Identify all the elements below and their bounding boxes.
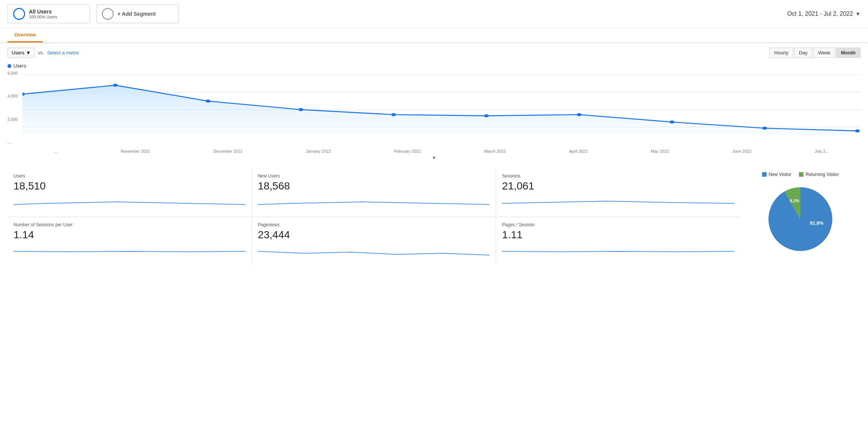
date-range-arrow-icon: ▼ xyxy=(855,11,860,17)
top-bar: All Users 100.00% Users + Add Segment Oc… xyxy=(0,0,868,28)
mini-chart-ps xyxy=(502,244,734,259)
all-users-icon xyxy=(13,8,25,20)
x-axis: ... November 2021 December 2021 January … xyxy=(23,149,860,153)
vs-label: vs. xyxy=(38,50,44,56)
new-visitor-legend: New Visitor xyxy=(762,172,791,177)
stat-new-users: New Users 18,568 xyxy=(252,168,496,217)
stats-grid: Users 18,510 New Users 18,568 Sessions 2… xyxy=(8,168,740,265)
chart-dot-jun xyxy=(763,127,767,130)
chart-dot-jan xyxy=(298,108,303,111)
all-users-segment[interactable]: All Users 100.00% Users xyxy=(8,5,90,23)
stat-sessions-per-user-value: 1.14 xyxy=(14,229,246,241)
stat-users-value: 18,510 xyxy=(14,180,246,192)
add-segment-label: + Add Segment xyxy=(118,11,156,17)
tab-overview[interactable]: Overview xyxy=(8,28,43,42)
date-range-text: Oct 1, 2021 - Jul 2, 2022 xyxy=(787,11,853,17)
new-visitor-label: New Visitor xyxy=(769,172,791,177)
stat-sessions-label: Sessions xyxy=(502,173,734,179)
chart-legend: Users xyxy=(8,63,860,69)
add-segment-button[interactable]: + Add Segment xyxy=(96,5,179,23)
date-range-selector[interactable]: Oct 1, 2021 - Jul 2, 2022 ▼ xyxy=(787,11,860,17)
returning-visitor-label: Returning Visitor xyxy=(806,172,839,177)
pie-svg: 91.8% 8.2% xyxy=(763,182,838,257)
new-visitor-pct-text: 91.8% xyxy=(810,220,824,226)
chart-controls: Users ▼ vs. Select a metric Hourly Day W… xyxy=(0,43,868,59)
chart-dot-jul xyxy=(855,129,860,132)
mini-chart-new-users xyxy=(258,195,490,210)
stat-pageviews: Pageviews 23,444 xyxy=(252,217,496,265)
month-button[interactable]: Month xyxy=(836,48,860,58)
select-metric-link[interactable]: Select a metric xyxy=(47,50,79,56)
returning-visitor-legend: Returning Visitor xyxy=(799,172,839,177)
tabs-bar: Overview xyxy=(0,28,868,43)
stat-sessions-per-user-label: Number of Sessions per User xyxy=(14,222,246,227)
stat-pages-session-value: 1.11 xyxy=(502,229,734,241)
stat-sessions-value: 21,061 xyxy=(502,180,734,192)
time-buttons-group: Hourly Day Week Month xyxy=(769,48,860,58)
chart-dot-feb xyxy=(391,113,396,116)
segments-area: All Users 100.00% Users + Add Segment xyxy=(8,5,179,23)
stat-pageviews-value: 23,444 xyxy=(258,229,490,241)
users-legend-label: Users xyxy=(14,63,26,69)
chart-svg-container xyxy=(23,71,860,144)
mini-chart-spu xyxy=(14,244,246,259)
y-label-4000: 4,000 xyxy=(8,94,18,98)
segment1-sublabel: 100.00% Users xyxy=(29,15,57,19)
day-button[interactable]: Day xyxy=(794,48,812,58)
stat-sessions: Sessions 21,061 xyxy=(496,168,740,217)
x-label-apr: April 2022 xyxy=(569,149,588,153)
segment1-label: All Users xyxy=(29,9,57,15)
mini-chart-pageviews xyxy=(258,244,490,259)
week-button[interactable]: Week xyxy=(813,48,835,58)
x-label-dots: ... xyxy=(54,149,57,153)
chart-divider-handle[interactable]: ▼ xyxy=(8,153,860,162)
chart-area-fill xyxy=(23,85,857,135)
stat-sessions-per-user: Number of Sessions per User 1.14 xyxy=(8,217,252,265)
returning-visitor-pct-text: 8.2% xyxy=(790,198,799,203)
stat-new-users-label: New Users xyxy=(258,173,490,179)
returning-visitor-color xyxy=(799,172,803,177)
chart-dot-apr xyxy=(577,113,582,116)
chart-dot-nov xyxy=(113,84,118,87)
y-label-dots: ... xyxy=(8,140,18,144)
users-legend-dot xyxy=(8,64,11,68)
stat-pageviews-label: Pageviews xyxy=(258,222,490,227)
y-axis: 6,000 4,000 2,000 ... xyxy=(8,71,18,153)
chart-dot-dec xyxy=(206,99,211,102)
metric-label: Users xyxy=(12,50,24,56)
pie-chart-section: New Visitor Returning Visitor xyxy=(740,168,860,265)
stat-pages-session-label: Pages / Session xyxy=(502,222,734,227)
main-chart: 6,000 4,000 2,000 ... xyxy=(8,71,860,153)
x-label-dec: December 2021 xyxy=(213,149,243,153)
chart-dot-may xyxy=(669,120,674,123)
pie-chart: 91.8% 8.2% xyxy=(763,182,838,257)
segment1-info: All Users 100.00% Users xyxy=(29,9,57,19)
line-chart-svg xyxy=(23,71,860,144)
pie-legend: New Visitor Returning Visitor xyxy=(762,172,839,177)
y-label-2000: 2,000 xyxy=(8,117,18,122)
chart-area: Users 6,000 4,000 2,000 ... xyxy=(0,59,868,162)
new-visitor-color xyxy=(762,172,767,177)
x-label-jan: January 2022 xyxy=(306,149,331,153)
stat-users: Users 18,510 xyxy=(8,168,252,217)
stat-new-users-value: 18,568 xyxy=(258,180,490,192)
x-label-feb: February 2022 xyxy=(394,149,421,153)
stats-section: Users 18,510 New Users 18,568 Sessions 2… xyxy=(0,162,868,271)
stat-pages-session: Pages / Session 1.11 xyxy=(496,217,740,265)
stat-users-label: Users xyxy=(14,173,246,179)
x-label-jun: June 2022 xyxy=(732,149,751,153)
metric-dropdown-button[interactable]: Users ▼ xyxy=(8,48,35,58)
chart-dot-mar xyxy=(484,114,489,117)
x-label-jul: July 2... xyxy=(815,149,829,153)
add-segment-icon xyxy=(102,8,114,20)
x-label-may: May 2022 xyxy=(651,149,669,153)
mini-chart-sessions xyxy=(502,195,734,210)
mini-chart-users xyxy=(14,195,246,210)
x-label-nov: November 2021 xyxy=(121,149,150,153)
metric-dropdown-arrow-icon: ▼ xyxy=(26,50,31,56)
y-label-6000: 6,000 xyxy=(8,71,18,75)
metric-selector: Users ▼ vs. Select a metric xyxy=(8,48,79,58)
hourly-button[interactable]: Hourly xyxy=(769,48,793,58)
x-label-mar: March 2022 xyxy=(484,149,506,153)
